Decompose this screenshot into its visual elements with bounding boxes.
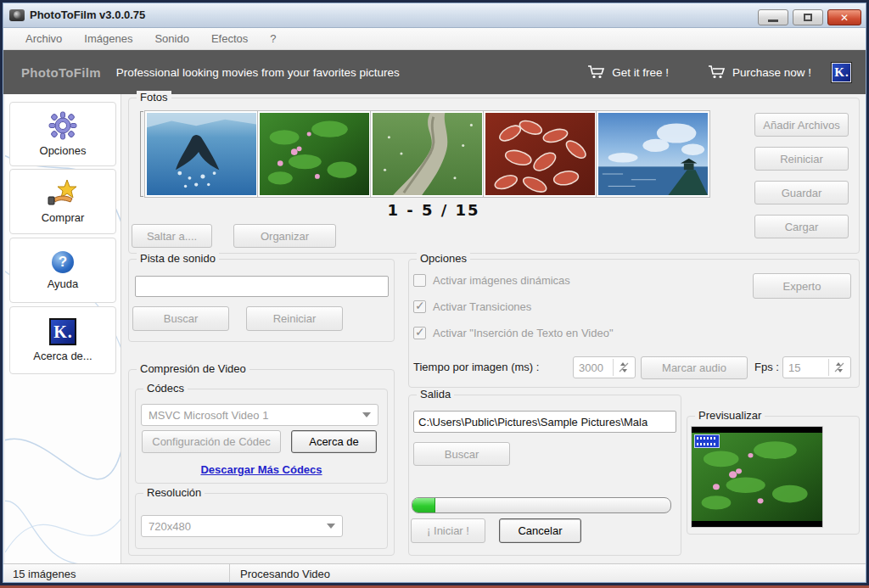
photo-counter: 1 - 5 / 15: [145, 201, 722, 219]
film-strip-bracket: [140, 111, 143, 197]
pista-group-title: Pista de sonido: [137, 252, 219, 265]
checkbox-label: Activar imágenes dinámicas: [433, 274, 570, 287]
camera-app-icon: [9, 9, 25, 21]
compresion-group-title: Compresión de Video: [137, 362, 249, 375]
resolucion-select[interactable]: 720x480: [141, 515, 343, 537]
marcar-audio-button[interactable]: Marcar audio: [641, 356, 748, 379]
buscar-sonido-button[interactable]: Buscar: [132, 306, 229, 331]
sidebar-item-acerca-de[interactable]: K Acerca de...: [9, 306, 116, 374]
cargar-button[interactable]: Cargar: [754, 215, 849, 238]
fps-spinner[interactable]: 15: [782, 356, 851, 378]
sidebar-item-comprar[interactable]: Comprar: [9, 169, 116, 234]
progress-fill: [412, 498, 435, 512]
codec-selected-value: MSVC Microsoft Video 1: [149, 409, 268, 422]
cart-icon: [708, 64, 726, 80]
experto-button[interactable]: Experto: [753, 273, 851, 299]
statusbar: 15 imágenes Procesando Video: [3, 563, 866, 583]
sidebar-item-ayuda[interactable]: ? Ayuda: [9, 238, 116, 303]
thumbnail-whale[interactable]: [145, 111, 258, 197]
resolucion-group-title: Resolución: [143, 486, 205, 499]
purchase-now-link[interactable]: Purchase now !: [708, 64, 811, 80]
titlebar: PhotoToFilm v3.0.0.75 ✕: [3, 3, 866, 28]
thumbnail-frosted-leaves[interactable]: [484, 111, 597, 197]
spin-updown-icon[interactable]: [828, 359, 849, 376]
gear-icon: [48, 111, 77, 140]
resolucion-selected-value: 720x480: [149, 520, 191, 533]
menu-archivo[interactable]: Archivo: [14, 30, 73, 48]
organizar-button[interactable]: Organizar: [233, 224, 336, 248]
soundtrack-input[interactable]: [135, 276, 389, 297]
video-preview: [692, 427, 822, 527]
anadir-archivos-button[interactable]: Añadir Archivos: [754, 113, 849, 137]
minimize-icon: [768, 20, 778, 22]
render-progress-bar: [412, 497, 671, 513]
menu-help[interactable]: ?: [259, 30, 287, 48]
tiempo-por-imagen-label: Tiempo por imagen (ms) :: [413, 361, 539, 373]
thumbnail-forest-flowers[interactable]: [258, 111, 371, 197]
fps-value: 15: [788, 361, 800, 374]
checkbox-row-transiciones[interactable]: Activar Transiciones: [413, 300, 531, 313]
configuracion-codec-button[interactable]: Configuración de Códec: [142, 430, 281, 453]
kc-logo-icon: K: [49, 318, 76, 345]
fps-label: Fps :: [754, 361, 779, 373]
menu-sonido[interactable]: Sonido: [143, 30, 199, 48]
previsualizar-group-title: Previsualizar: [695, 409, 765, 422]
reiniciar-sonido-button[interactable]: Reiniciar: [246, 306, 343, 331]
sidebar-label-opciones: Opciones: [40, 144, 87, 157]
close-button[interactable]: ✕: [827, 9, 861, 25]
checkbox-row-texto-video[interactable]: Activar "Inserción de Texto en Video": [413, 327, 614, 339]
cancelar-button[interactable]: Cancelar: [499, 518, 581, 543]
descargar-codecs-link[interactable]: Descargar Más Códecs: [135, 463, 388, 476]
sidebar-item-opciones[interactable]: Opciones: [9, 102, 116, 166]
window-title: PhotoToFilm v3.0.0.75: [30, 8, 145, 21]
sidebar-label-acerca-de: Acerca de...: [33, 350, 92, 362]
iniciar-button[interactable]: ¡ Iniciar !: [411, 518, 485, 543]
chevron-down-icon: [327, 524, 335, 529]
checkbox-label: Activar Transiciones: [433, 300, 531, 313]
reiniciar-fotos-button[interactable]: Reiniciar: [754, 147, 849, 171]
menubar: Archivo Imágenes Sonido Efectos ?: [3, 28, 866, 50]
thumbnail-forest-path[interactable]: [371, 111, 484, 197]
guardar-button[interactable]: Guardar: [754, 181, 849, 204]
codec-select[interactable]: MSVC Microsoft Video 1: [141, 404, 378, 426]
brand-name: PhotoToFilm: [21, 65, 101, 80]
checkbox-icon[interactable]: [413, 300, 426, 313]
help-question-icon: ?: [52, 251, 74, 273]
checkbox-row-dinamicas[interactable]: Activar imágenes dinámicas: [413, 274, 570, 287]
promo-banner: PhotoToFilm Professional looking movies …: [3, 50, 866, 94]
get-it-free-link[interactable]: Get it free !: [587, 64, 669, 80]
thumbnail-dock[interactable]: [597, 111, 709, 197]
menu-imagenes[interactable]: Imágenes: [73, 30, 143, 48]
minimize-button[interactable]: [758, 9, 788, 25]
get-it-free-label: Get it free !: [612, 66, 669, 79]
menu-efectos[interactable]: Efectos: [200, 30, 259, 48]
codecs-group-title: Códecs: [143, 382, 188, 395]
chevron-down-icon: [362, 412, 371, 417]
brand-tagline: Professional looking movies from your fa…: [116, 66, 400, 79]
opciones-group-title: Opciones: [417, 252, 470, 265]
acerca-de-codec-button[interactable]: Acerca de: [291, 430, 377, 453]
demo-watermark: [694, 434, 720, 448]
checkbox-icon[interactable]: [413, 274, 426, 287]
photo-thumbnail-strip[interactable]: [145, 111, 709, 197]
maximize-icon: [804, 14, 812, 21]
tiempo-spinner[interactable]: 3000: [573, 356, 636, 378]
salida-group-title: Salida: [417, 388, 454, 400]
kc-logo-icon[interactable]: K: [832, 63, 851, 82]
status-images-count: 15 imágenes: [3, 564, 230, 583]
fotos-group-title: Fotos: [137, 91, 171, 104]
sidebar-label-ayuda: Ayuda: [48, 277, 79, 290]
checkbox-label: Activar "Inserción de Texto en Video": [433, 327, 614, 339]
cart-icon: [587, 64, 606, 80]
app-window: PhotoToFilm v3.0.0.75 ✕ Archivo Imágenes…: [0, 0, 869, 585]
sidebar-label-comprar: Comprar: [42, 211, 85, 224]
saltar-a-button[interactable]: Saltar a....: [132, 224, 212, 248]
spin-updown-icon[interactable]: [613, 359, 633, 376]
buscar-salida-button[interactable]: Buscar: [413, 442, 510, 466]
sidebar: Opciones Comprar ? Ayuda K Acerca de...: [5, 94, 121, 564]
checkbox-icon[interactable]: [413, 327, 426, 339]
purchase-now-label: Purchase now !: [732, 66, 811, 79]
output-path-input[interactable]: C:\Users\Public\Pictures\Sample Pictures…: [413, 411, 676, 433]
status-processing-text: Procesando Video: [230, 564, 866, 583]
maximize-button[interactable]: [793, 9, 823, 25]
